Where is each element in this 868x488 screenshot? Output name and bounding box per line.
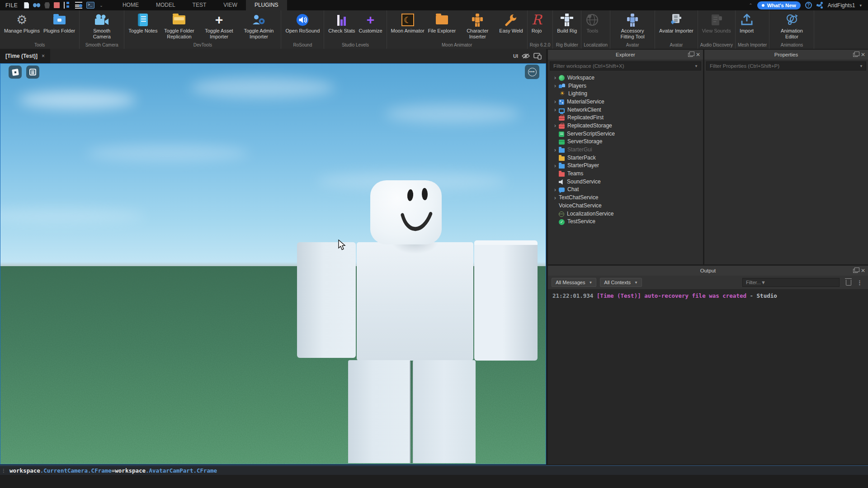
clear-output-icon[interactable] <box>846 280 851 286</box>
easy-weld-button[interactable]: Easy Weld <box>497 10 524 34</box>
expand-arrow-icon[interactable]: › <box>552 99 559 104</box>
explorer-item-players[interactable]: ›Players <box>548 82 703 90</box>
undock-icon[interactable] <box>688 53 693 57</box>
filter-caret-icon[interactable]: ▼ <box>859 64 863 68</box>
explorer-item-voicechatservice[interactable]: VoiceChatService <box>548 202 703 210</box>
undock-icon[interactable] <box>853 269 858 273</box>
explorer-item-starterplayer[interactable]: ›StarterPlayer <box>548 162 703 170</box>
expand-arrow-icon[interactable]: › <box>552 107 559 113</box>
ui-toggle-label[interactable]: UI <box>513 53 518 59</box>
rojo-button[interactable]: R Rojo <box>530 10 544 34</box>
messages-filter-dropdown[interactable]: All Messages ▼ <box>552 278 596 287</box>
expand-arrow-icon[interactable]: › <box>552 187 559 192</box>
document-tab[interactable]: [Time (Test)] × <box>0 49 50 63</box>
share-icon[interactable] <box>816 2 823 9</box>
explorer-item-workspace[interactable]: ›Workspace <box>548 74 703 82</box>
color-icon[interactable] <box>54 2 60 8</box>
toggle-folder-replication-button[interactable]: Toggle Folder Replication <box>159 10 199 39</box>
moon-animator-button[interactable]: ☾ Moon Animator <box>389 10 426 34</box>
explorer-item-serverscriptservice[interactable]: ServerScriptService <box>548 130 703 138</box>
explorer-item-networkclient[interactable]: ›NetworkClient <box>548 106 703 114</box>
paste-icon[interactable] <box>44 2 50 9</box>
ui-visibility-eye-icon[interactable] <box>522 53 530 59</box>
properties-filter-input[interactable]: Filter Properties (Ctrl+Shift+P) ▼ <box>706 61 866 70</box>
tab-model[interactable]: MODEL <box>147 0 184 10</box>
properties-header[interactable]: Properties ✕ <box>704 50 868 60</box>
expand-arrow-icon[interactable]: › <box>552 163 559 169</box>
explorer-item-chat[interactable]: ›Chat <box>548 186 703 194</box>
output-log[interactable]: 21:22:01.934 [Time (Test)] auto-recovery… <box>548 289 868 465</box>
open-rosound-button[interactable]: Open RoSound <box>283 10 321 34</box>
close-tab-icon[interactable]: × <box>42 53 45 59</box>
explorer-item-replicatedfirst[interactable]: ReplicatedFirst <box>548 113 703 122</box>
collapse-ribbon-icon[interactable]: ⌃ <box>749 3 752 7</box>
quick-access-caret-icon[interactable]: ⌄ <box>99 3 103 8</box>
explorer-item-startergui[interactable]: ›StarterGui <box>548 145 703 154</box>
close-icon[interactable]: ✕ <box>861 52 865 57</box>
manage-plugins-button[interactable]: ⚙ Manage Plugins <box>2 10 42 34</box>
3d-viewport[interactable]: ••• <box>0 63 546 465</box>
check-stats-button[interactable]: Check Stats <box>326 10 357 34</box>
expand-arrow-icon[interactable]: › <box>552 195 559 201</box>
terminal-icon[interactable] <box>86 2 94 9</box>
new-file-icon[interactable] <box>24 2 29 9</box>
file-menu[interactable]: FILE <box>0 2 24 9</box>
expand-arrow-icon[interactable]: › <box>552 83 559 89</box>
more-options-button[interactable]: ••• <box>525 65 539 79</box>
toggle-asset-importer-button[interactable]: + Toggle Asset Importer <box>199 10 239 39</box>
accessory-fitting-tool-button[interactable]: Accessory Fitting Tool <box>613 10 652 39</box>
toggle-admin-importer-button[interactable]: Toggle Admin Importer <box>239 10 278 39</box>
drag-handle-icon[interactable]: ⋮ <box>0 468 9 473</box>
whats-new-button[interactable]: What's New <box>757 1 801 9</box>
filter-caret-icon[interactable]: ▼ <box>694 64 698 68</box>
expand-arrow-icon[interactable]: › <box>552 75 559 80</box>
undock-icon[interactable] <box>853 53 858 57</box>
explorer-item-serverstorage[interactable]: ServerStorage <box>548 138 703 146</box>
explorer-item-materialservice[interactable]: ›MaterialService <box>548 98 703 106</box>
tab-test[interactable]: TEST <box>184 0 215 10</box>
username[interactable]: AridFights1 <box>828 2 855 9</box>
explorer-item-textchatservice[interactable]: ›TextChatService <box>548 193 703 202</box>
plugins-folder-button[interactable]: Plugins Folder <box>42 10 77 34</box>
explorer-item-lighting[interactable]: ☀Lighting <box>548 89 703 98</box>
explorer-item-starterpack[interactable]: StarterPack <box>548 154 703 162</box>
view-list-button[interactable] <box>26 66 39 79</box>
command-bar[interactable]: ⋮ workspace.CurrentCamera.CFrame = works… <box>0 465 868 475</box>
output-filter-input[interactable]: Filter... ▼ <box>742 278 840 287</box>
view-sounds-button[interactable]: View Sounds <box>700 10 733 34</box>
build-rig-button[interactable]: Build Rig <box>555 10 579 34</box>
find-icon[interactable] <box>33 2 40 9</box>
contexts-filter-dropdown[interactable]: All Contexts ▼ <box>600 278 642 287</box>
toggle-notes-button[interactable]: Toggle Notes <box>127 10 159 34</box>
help-icon[interactable]: ? <box>805 2 812 9</box>
avatar-importer-button[interactable]: Avatar Importer <box>657 10 695 34</box>
tab-view[interactable]: VIEW <box>215 0 246 10</box>
file-explorer-button[interactable]: File Explorer <box>426 10 458 34</box>
user-caret-icon[interactable]: ▾ <box>859 3 862 8</box>
explorer-header[interactable]: Explorer ✕ <box>548 50 703 60</box>
customize-button[interactable]: + Customize <box>357 10 384 34</box>
list-icon[interactable] <box>75 2 82 9</box>
animation-editor-button[interactable]: Animation Editor <box>772 10 811 39</box>
filter-caret-icon[interactable]: ▼ <box>761 280 766 285</box>
explorer-item-replicatedstorage[interactable]: ›ReplicatedStorage <box>548 122 703 130</box>
close-icon[interactable]: ✕ <box>861 268 865 273</box>
character-inserter-button[interactable]: Character Inserter <box>458 10 497 39</box>
kebab-menu-icon[interactable]: ⋮ <box>857 279 863 286</box>
output-header[interactable]: Output ✕ <box>548 266 868 276</box>
explorer-filter-input[interactable]: Filter workspace (Ctrl+Shift+X) ▼ <box>550 61 701 70</box>
explorer-item-localizationservice[interactable]: LocalizationService <box>548 210 703 218</box>
hierarchy-icon[interactable] <box>64 2 71 9</box>
explorer-item-soundservice[interactable]: SoundService <box>548 178 703 186</box>
explorer-item-teams[interactable]: Teams <box>548 169 703 178</box>
close-icon[interactable]: ✕ <box>696 52 700 57</box>
import-button[interactable]: Import <box>738 10 755 34</box>
expand-arrow-icon[interactable]: › <box>552 122 559 128</box>
smooth-camera-button[interactable]: Smooth Camera <box>82 10 122 39</box>
tab-plugins[interactable]: PLUGINS <box>246 0 287 10</box>
roblox-logo-button[interactable] <box>9 66 22 79</box>
device-emulation-icon[interactable] <box>533 53 542 60</box>
explorer-item-testservice[interactable]: ✓TestService <box>548 217 703 225</box>
tab-home[interactable]: HOME <box>114 0 147 10</box>
expand-arrow-icon[interactable]: › <box>552 147 559 153</box>
